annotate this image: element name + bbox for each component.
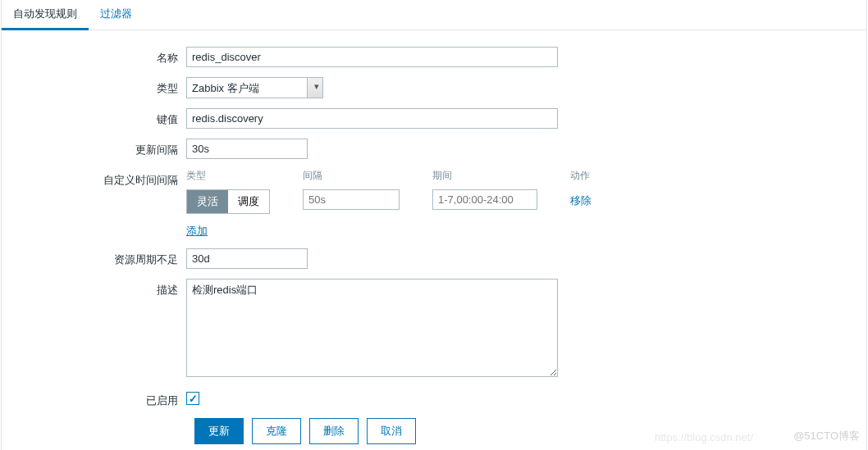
name-input[interactable]: [186, 47, 558, 67]
cit-header-type: 类型: [186, 169, 270, 183]
interval-input[interactable]: [186, 139, 308, 159]
toggle-scheduling[interactable]: 调度: [228, 190, 269, 213]
cit-header-interval: 间隔: [303, 169, 400, 183]
watermark-51cto: @51CTO博客: [793, 429, 860, 443]
custom-interval-table: 类型 灵活 调度 间隔 期间 动作: [186, 169, 866, 214]
clone-button[interactable]: 克隆: [252, 418, 301, 444]
cit-interval-input[interactable]: [303, 189, 400, 210]
cancel-button[interactable]: 取消: [367, 418, 416, 444]
remove-link[interactable]: 移除: [570, 189, 592, 208]
description-textarea[interactable]: 检测redis端口: [186, 279, 558, 377]
name-label: 名称: [2, 47, 186, 66]
toggle-flexible[interactable]: 灵活: [187, 190, 228, 213]
tabs: 自动发现规则 过滤器: [2, 0, 866, 30]
cit-period-input[interactable]: [432, 189, 537, 210]
key-input[interactable]: [186, 108, 558, 129]
interval-type-toggle: 灵活 调度: [186, 189, 270, 214]
resource-label: 资源周期不足: [2, 248, 186, 267]
tab-discovery-rule[interactable]: 自动发现规则: [2, 0, 89, 30]
button-row: 更新 克隆 删除 取消: [194, 418, 866, 444]
type-label: 类型: [2, 77, 186, 96]
resource-input[interactable]: [186, 248, 308, 269]
watermark-csdn: https://blog.csdn.net/: [655, 431, 753, 443]
description-label: 描述: [2, 279, 186, 298]
delete-button[interactable]: 删除: [309, 418, 359, 444]
tab-filter[interactable]: 过滤器: [89, 0, 144, 30]
enabled-checkbox[interactable]: [186, 392, 199, 405]
enabled-label: 已启用: [2, 389, 186, 408]
key-label: 键值: [2, 108, 186, 127]
cit-header-period: 期间: [432, 169, 537, 183]
custom-interval-label: 自定义时间间隔: [2, 169, 186, 188]
update-button[interactable]: 更新: [194, 418, 244, 444]
cit-header-action: 动作: [570, 169, 592, 183]
add-link[interactable]: 添加: [186, 224, 208, 239]
form: 名称 类型 Zabbix 客户端 键值 更新间隔: [2, 30, 866, 444]
interval-label: 更新间隔: [2, 139, 186, 157]
type-select[interactable]: Zabbix 客户端: [186, 77, 323, 98]
